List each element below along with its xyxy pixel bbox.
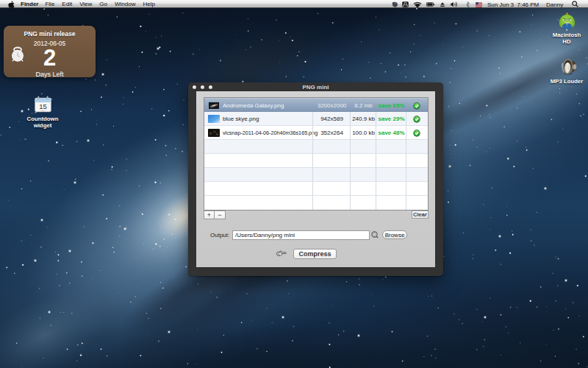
svg-text:June: June: [41, 110, 46, 112]
